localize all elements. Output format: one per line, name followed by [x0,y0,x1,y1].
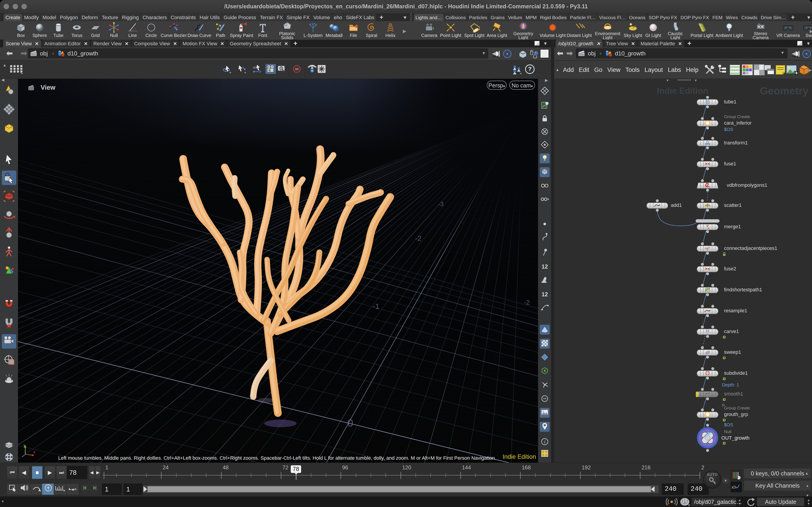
svg-text:?: ? [528,66,531,72]
svg-text:x: x [33,450,36,454]
svg-text:i: i [544,439,545,445]
svg-text:y: y [23,443,26,448]
